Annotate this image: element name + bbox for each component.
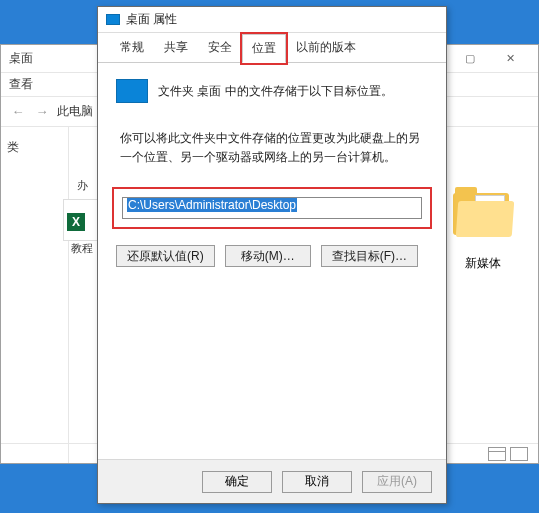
tab-previous[interactable]: 以前的版本 <box>286 33 366 62</box>
back-icon[interactable]: ← <box>9 103 27 121</box>
move-button[interactable]: 移动(M)… <box>225 245 311 267</box>
preview-cell: 办 <box>63 130 101 193</box>
maximize-button[interactable]: ▢ <box>450 45 490 73</box>
folder-label: 新媒体 <box>438 255 528 272</box>
close-button[interactable]: ✕ <box>490 45 530 73</box>
excel-icon <box>63 199 99 241</box>
sidebar-header: 类 <box>5 135 64 160</box>
dialog-tabs: 常规 共享 安全 位置 以前的版本 <box>98 33 446 63</box>
find-target-button[interactable]: 查找目标(F)… <box>321 245 418 267</box>
forward-icon[interactable]: → <box>33 103 51 121</box>
path-input[interactable]: C:\Users\Administrator\Desktop <box>122 197 422 219</box>
toolbar-view[interactable]: 查看 <box>9 76 33 93</box>
restore-default-button[interactable]: 还原默认值(R) <box>116 245 215 267</box>
preview-label: 教程 <box>63 241 101 256</box>
explorer-title: 桌面 <box>9 50 33 67</box>
tab-general[interactable]: 常规 <box>110 33 154 62</box>
folder-icon <box>451 187 515 239</box>
path-value: C:\Users\Administrator\Desktop <box>127 198 297 212</box>
dialog-content: 文件夹 桌面 中的文件存储于以下目标位置。 你可以将此文件夹中文件存储的位置更改… <box>98 63 446 459</box>
cancel-button[interactable]: 取消 <box>282 471 352 493</box>
desktop-icon <box>106 14 120 25</box>
view-icons-icon[interactable] <box>510 447 528 461</box>
left-preview-strip: 办 教程 <box>63 130 101 262</box>
dialog-titlebar: 桌面 属性 <box>98 7 446 33</box>
apply-button[interactable]: 应用(A) <box>362 471 432 493</box>
ok-button[interactable]: 确定 <box>202 471 272 493</box>
dialog-footer: 确定 取消 应用(A) <box>98 459 446 503</box>
breadcrumb[interactable]: 此电脑 <box>57 103 93 120</box>
preview-cell: 教程 <box>63 199 101 256</box>
path-highlight: C:\Users\Administrator\Desktop <box>112 187 432 229</box>
preview-label: 办 <box>63 178 101 193</box>
tab-location[interactable]: 位置 <box>242 34 286 63</box>
explorer-sidebar: 类 <box>1 127 69 463</box>
folder-item[interactable]: 新媒体 <box>438 187 528 272</box>
location-line1: 文件夹 桌面 中的文件存储于以下目标位置。 <box>158 83 393 100</box>
tab-security[interactable]: 安全 <box>198 33 242 62</box>
tab-sharing[interactable]: 共享 <box>154 33 198 62</box>
location-hint: 你可以将此文件夹中文件存储的位置更改为此硬盘上的另一个位置、另一个驱动器或网络上… <box>116 129 428 167</box>
desktop-large-icon <box>116 79 148 103</box>
view-details-icon[interactable] <box>488 447 506 461</box>
dialog-title: 桌面 属性 <box>126 11 177 28</box>
properties-dialog: 桌面 属性 常规 共享 安全 位置 以前的版本 文件夹 桌面 中的文件存储于以下… <box>97 6 447 504</box>
